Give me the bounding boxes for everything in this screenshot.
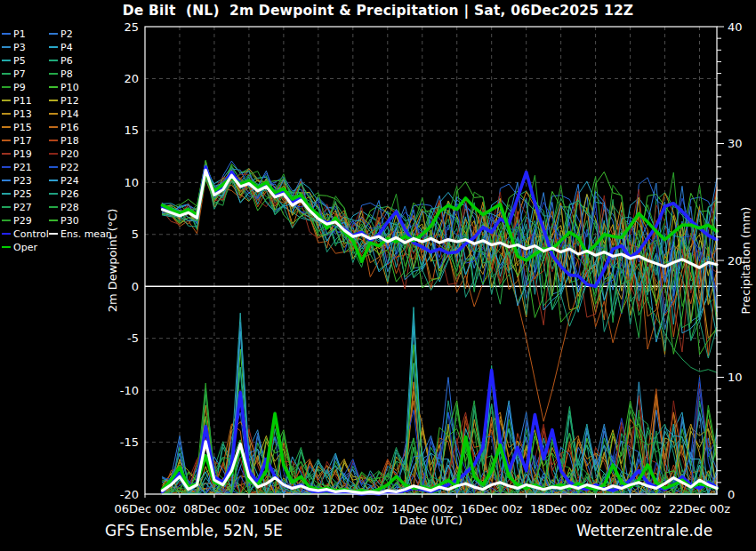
svg-text:08Dec 00z: 08Dec 00z [183, 502, 245, 515]
x-axis-label: Date (UTC) [399, 514, 462, 527]
site-credit-label: Wetterzentrale.de [576, 522, 712, 539]
svg-text:40: 40 [728, 20, 743, 34]
svg-text:20Dec 00z: 20Dec 00z [599, 502, 661, 515]
svg-text:30: 30 [728, 137, 743, 150]
svg-text:12Dec 00z: 12Dec 00z [322, 502, 383, 515]
model-info-label: GFS Ensemble, 52N, 5E [105, 522, 283, 539]
svg-text:22Dec 00z: 22Dec 00z [669, 502, 730, 515]
svg-text:5: 5 [132, 228, 139, 241]
svg-text:15: 15 [124, 124, 139, 137]
svg-text:0: 0 [728, 488, 735, 501]
svg-text:06Dec 00z: 06Dec 00z [114, 502, 175, 515]
svg-text:10: 10 [124, 176, 139, 189]
svg-text:-15: -15 [120, 435, 139, 449]
svg-text:-10: -10 [120, 384, 139, 397]
svg-text:10Dec 00z: 10Dec 00z [253, 502, 314, 515]
ensemble-chart: 06Dec 00z08Dec 00z10Dec 00z12Dec 00z14De… [0, 0, 756, 551]
left-axis-label: 2m Dewpoint (°C) [106, 209, 119, 313]
meteogram-canvas: De Bilt (NL) 2m Dewpoint & Precipitation… [0, 0, 756, 551]
svg-text:10: 10 [728, 371, 743, 384]
svg-text:-20: -20 [120, 488, 139, 501]
svg-text:25: 25 [124, 20, 139, 34]
svg-text:20: 20 [124, 72, 139, 85]
svg-text:0: 0 [132, 280, 139, 293]
svg-text:16Dec 00z: 16Dec 00z [461, 502, 522, 515]
svg-text:-5: -5 [127, 331, 139, 345]
right-axis-label: Precipitation (mm) [739, 207, 752, 315]
svg-text:18Dec 00z: 18Dec 00z [530, 502, 591, 515]
